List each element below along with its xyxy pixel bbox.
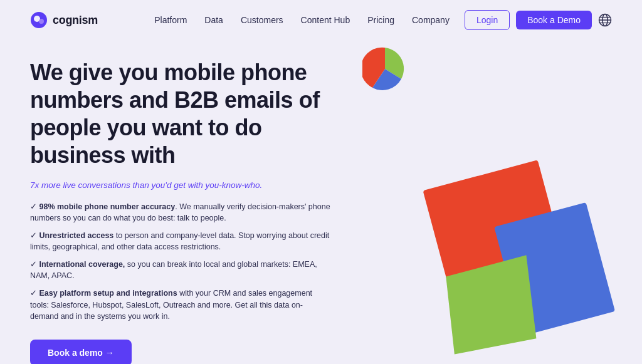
hero-graphic: [331, 53, 612, 364]
nav-actions: Login Book a Demo: [465, 10, 612, 30]
features-list: ✓ 98% mobile phone number accuracy. We m…: [30, 201, 331, 322]
hero-content: We give you mobile phone numbers and B2B…: [30, 53, 331, 364]
feature-item-3: ✓ International coverage, so you can bre…: [30, 259, 331, 281]
hero-heading: We give you mobile phone numbers and B2B…: [30, 59, 331, 169]
hero-cta-button[interactable]: Book a demo →: [30, 340, 132, 364]
login-button[interactable]: Login: [465, 10, 510, 30]
globe-icon[interactable]: [598, 13, 612, 27]
hero-tagline: 7x more live conversations than you'd ge…: [30, 180, 331, 190]
nav-item-company[interactable]: Company: [412, 15, 450, 25]
logo[interactable]: cognism: [30, 11, 98, 29]
feature-item-1: ✓ 98% mobile phone number accuracy. We m…: [30, 201, 331, 224]
logo-text: cognism: [53, 14, 98, 27]
nav-item-pricing[interactable]: Pricing: [367, 15, 394, 25]
small-pie-chart: [362, 46, 408, 91]
nav-item-platform[interactable]: Platform: [154, 15, 187, 25]
navbar: cognism Platform Data Customers Content …: [0, 0, 642, 40]
nav-item-data[interactable]: Data: [204, 15, 223, 25]
feature-item-4: ✓ Easy platform setup and integrations w…: [30, 288, 331, 321]
feature-item-2: ✓ Unrestricted access to person and comp…: [30, 230, 331, 252]
book-demo-nav-button[interactable]: Book a Demo: [516, 11, 592, 29]
nav-item-customers[interactable]: Customers: [241, 15, 283, 25]
nav-links: Platform Data Customers Content Hub Pric…: [154, 15, 450, 25]
nav-item-content-hub[interactable]: Content Hub: [301, 15, 350, 25]
hero-section: We give you mobile phone numbers and B2B…: [0, 40, 642, 364]
svg-point-2: [39, 19, 44, 24]
cognism-logo-icon: [30, 11, 48, 29]
hero-mosaic-graphic: [405, 151, 631, 364]
